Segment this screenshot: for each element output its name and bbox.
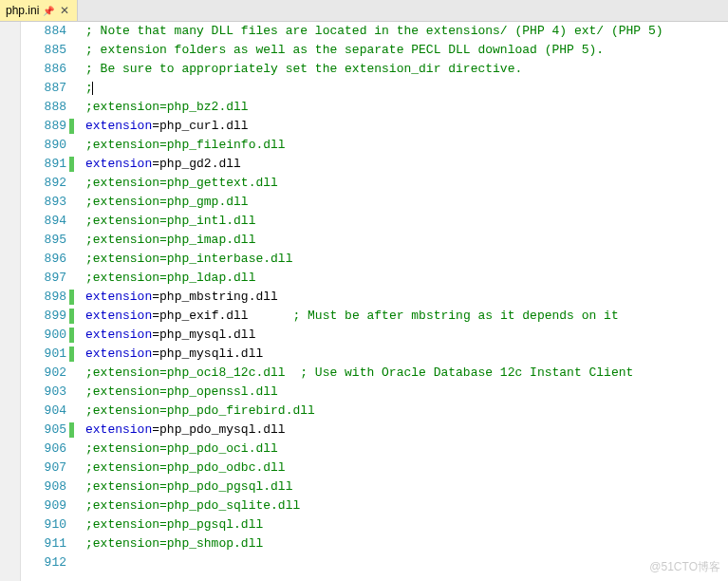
code-content[interactable]: ;extension=php_pdo_oci.dll (74, 440, 728, 459)
token: extension (85, 347, 152, 361)
code-line[interactable]: 904;extension=php_pdo_firebird.dll (21, 402, 728, 421)
close-icon[interactable]: ✕ (58, 4, 71, 17)
code-line[interactable]: 896;extension=php_interbase.dll (21, 250, 728, 269)
code-line[interactable]: 909;extension=php_pdo_sqlite.dll (21, 497, 728, 515)
code-content[interactable]: ;extension=php_interbase.dll (74, 250, 728, 269)
token: ;extension=php_shmop.dll (85, 536, 263, 551)
code-content[interactable]: extension=php_pdo_mysql.dll (74, 421, 728, 440)
fold-margin[interactable] (0, 22, 21, 581)
code-line[interactable]: 890;extension=php_fileinfo.dll (21, 136, 728, 155)
token: php_curl.dll (159, 119, 249, 133)
code-content[interactable]: extension=php_gd2.dll (74, 155, 728, 174)
line-number: 896 (21, 250, 74, 269)
code-line[interactable]: 895;extension=php_imap.dll (21, 231, 728, 250)
caret (92, 82, 93, 95)
code-line[interactable]: 894;extension=php_intl.dll (21, 212, 728, 231)
code-line[interactable]: 899extension=php_exif.dll ; Must be afte… (21, 307, 728, 326)
code-content[interactable]: ;extension=php_pdo_firebird.dll (74, 402, 728, 421)
code-content[interactable]: ;extension=php_intl.dll (74, 212, 728, 231)
line-number: 899 (21, 307, 74, 326)
token: = (152, 157, 159, 171)
code-content[interactable]: ; Note that many DLL files are located i… (74, 22, 728, 41)
token: extension (85, 290, 152, 304)
line-number: 887 (21, 79, 74, 98)
token: ;extension=php_ldap.dll (85, 271, 255, 285)
code-content[interactable]: extension=php_exif.dll ; Must be after m… (74, 307, 728, 326)
code-line[interactable]: 889extension=php_curl.dll (21, 117, 728, 136)
code-content[interactable]: ;extension=php_fileinfo.dll (74, 136, 728, 155)
code-content[interactable]: ; (74, 79, 728, 98)
code-line[interactable]: 893;extension=php_gmp.dll (21, 193, 728, 212)
code-line[interactable]: 906;extension=php_pdo_oci.dll (21, 440, 728, 459)
token: ;extension=php_gmp.dll (85, 195, 249, 209)
token: extension (85, 119, 152, 133)
code-line[interactable]: 902;extension=php_oci8_12c.dll ; Use wit… (21, 364, 728, 383)
token: extension (85, 157, 152, 171)
line-number: 891 (21, 155, 74, 174)
code-content[interactable]: ; Be sure to appropriately set the exten… (74, 60, 728, 79)
code-line[interactable]: 907;extension=php_pdo_odbc.dll (21, 459, 728, 478)
code-content[interactable]: extension=php_curl.dll (74, 117, 728, 136)
token: php_exif.dll (159, 309, 292, 323)
line-number: 909 (21, 497, 74, 515)
token: ; extension folders as well as the separ… (85, 43, 604, 57)
token: ;extension=php_interbase.dll (85, 252, 292, 266)
line-number: 900 (21, 326, 74, 345)
tab-bar: php.ini 📌 ✕ (0, 0, 728, 22)
code-line[interactable]: 887; (21, 79, 728, 98)
code-line[interactable]: 912 (21, 553, 728, 572)
code-content[interactable]: ;extension=php_shmop.dll (74, 534, 728, 553)
code-line[interactable]: 903;extension=php_openssl.dll (21, 383, 728, 402)
code-line[interactable]: 905extension=php_pdo_mysql.dll (21, 421, 728, 440)
code-line[interactable]: 901extension=php_mysqli.dll (21, 345, 728, 364)
code-line[interactable]: 891extension=php_gd2.dll (21, 155, 728, 174)
line-number: 903 (21, 383, 74, 402)
code-content[interactable]: ;extension=php_imap.dll (74, 231, 728, 250)
code-content[interactable]: ;extension=php_bz2.dll (74, 98, 728, 117)
code-line[interactable]: 900extension=php_mysql.dll (21, 326, 728, 345)
line-number: 893 (21, 193, 74, 212)
code-content[interactable]: ;extension=php_pdo_odbc.dll (74, 459, 728, 478)
code-line[interactable]: 910;extension=php_pgsql.dll (21, 515, 728, 534)
code-line[interactable]: 898extension=php_mbstring.dll (21, 288, 728, 307)
token: php_mysqli.dll (159, 347, 263, 361)
code-line[interactable]: 888;extension=php_bz2.dll (21, 98, 728, 117)
line-number: 911 (21, 534, 74, 553)
line-number: 906 (21, 440, 74, 459)
code-content[interactable]: extension=php_mbstring.dll (74, 288, 728, 307)
code-content[interactable]: ;extension=php_pdo_sqlite.dll (74, 497, 728, 515)
code-content[interactable]: ; extension folders as well as the separ… (74, 41, 728, 60)
code-content[interactable]: ;extension=php_gmp.dll (74, 193, 728, 212)
line-number: 890 (21, 136, 74, 155)
code-content[interactable]: ;extension=php_pgsql.dll (74, 515, 728, 534)
code-content[interactable]: ;extension=php_gettext.dll (74, 174, 728, 193)
token: = (152, 347, 159, 361)
token: php_mbstring.dll (159, 290, 278, 304)
code-content[interactable] (74, 553, 728, 572)
code-content[interactable]: ;extension=php_ldap.dll (74, 269, 728, 288)
code-area[interactable]: 884; Note that many DLL files are locate… (21, 22, 728, 581)
token: php_mysql.dll (159, 328, 255, 342)
code-content[interactable]: ;extension=php_openssl.dll (74, 383, 728, 402)
code-line[interactable]: 884; Note that many DLL files are locate… (21, 22, 728, 41)
code-line[interactable]: 885; extension folders as well as the se… (21, 41, 728, 60)
line-number: 905 (21, 421, 74, 440)
code-line[interactable]: 911;extension=php_shmop.dll (21, 534, 728, 553)
editor: 884; Note that many DLL files are locate… (0, 22, 728, 581)
change-marker (69, 290, 74, 305)
pin-icon[interactable]: 📌 (43, 6, 54, 16)
tab-php-ini[interactable]: php.ini 📌 ✕ (0, 0, 78, 21)
code-line[interactable]: 892;extension=php_gettext.dll (21, 174, 728, 193)
code-content[interactable]: extension=php_mysqli.dll (74, 345, 728, 364)
code-content[interactable]: extension=php_mysql.dll (74, 326, 728, 345)
line-number: 894 (21, 212, 74, 231)
code-content[interactable]: ;extension=php_oci8_12c.dll ; Use with O… (74, 364, 728, 383)
token: ;extension=php_oci8_12c.dll ; Use with O… (85, 365, 633, 380)
code-line[interactable]: 908;extension=php_pdo_pgsql.dll (21, 478, 728, 497)
code-line[interactable]: 897;extension=php_ldap.dll (21, 269, 728, 288)
token: ;extension=php_bz2.dll (85, 100, 249, 114)
line-number: 901 (21, 345, 74, 364)
code-line[interactable]: 886; Be sure to appropriately set the ex… (21, 60, 728, 79)
token: ;extension=php_gettext.dll (85, 176, 278, 190)
code-content[interactable]: ;extension=php_pdo_pgsql.dll (74, 478, 728, 497)
